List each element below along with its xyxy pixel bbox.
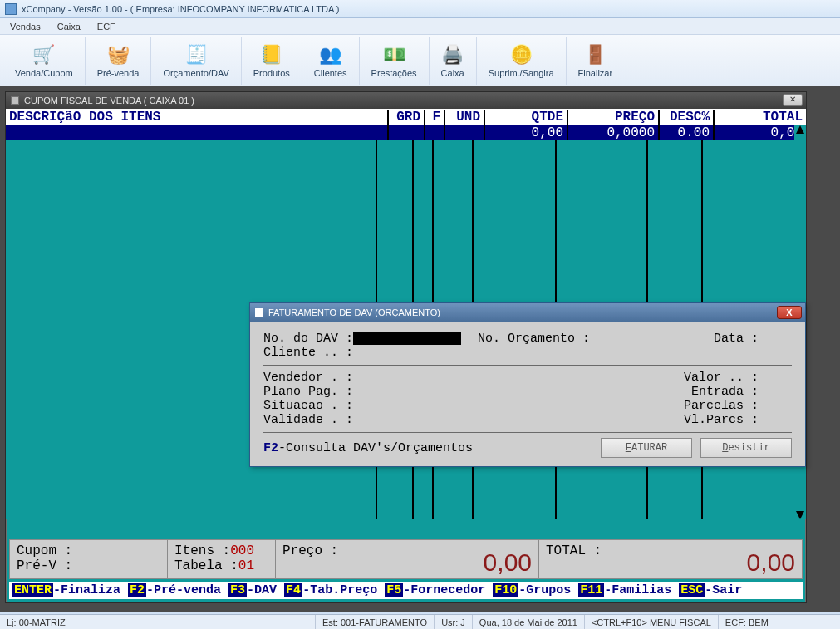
itens-label: Itens :: [174, 543, 230, 558]
status-ecf: ECF: BEM: [719, 615, 775, 629]
tool-clientes[interactable]: 👥 Clientes: [302, 37, 360, 85]
desistir-button[interactable]: Desistir: [700, 438, 792, 458]
total-value: 0,00: [747, 548, 795, 577]
money-icon: 💵: [382, 43, 405, 66]
col-descricao: DESCRIÇãO DOS ITENS: [6, 110, 389, 125]
close-icon[interactable]: X: [777, 306, 802, 319]
fkey-f2[interactable]: F2: [128, 583, 146, 597]
status-date: Qua, 18 de Mai de 2011: [473, 615, 585, 629]
faturar-button[interactable]: FATURAR: [601, 438, 692, 458]
cell-f: [425, 125, 445, 140]
fiscal-title-text: CUPOM FISCAL DE VENDA ( CAIXA 01 ): [24, 96, 194, 106]
tool-pre-venda[interactable]: 🧺 Pré-venda: [86, 37, 152, 85]
tool-label: Pré-venda: [97, 68, 140, 78]
status-hint: <CTRL+F10> MENU FISCAL: [585, 615, 719, 629]
valor-label: Valor .. :: [684, 371, 759, 385]
vlparcs-label: Vl.Parcs :: [684, 413, 759, 427]
status-usr: Usr: J: [435, 615, 473, 629]
menubar: Vendas Caixa ECF: [0, 18, 840, 35]
tool-suprim-sangria[interactable]: 🪙 Suprim./Sangira: [477, 37, 567, 85]
notebook-icon: 📒: [260, 43, 283, 66]
preco-value: 0,00: [484, 548, 532, 577]
no-dav-label: No. do DAV :: [263, 332, 353, 346]
preco-label: Preço :: [282, 543, 338, 558]
coins-icon: 🪙: [509, 43, 533, 66]
dialog-titlebar[interactable]: FATURAMENTO DE DAV (ORÇAMENTO) X: [250, 303, 805, 322]
fkey-bar: ENTER-Finaliza F2-Pré-venda F3-DAV F4-Ta…: [9, 582, 803, 599]
validade-label: Validade . :: [263, 413, 353, 427]
prev-label: Pré-V :: [17, 558, 72, 573]
tool-label: Produtos: [253, 68, 290, 78]
col-preco: PREÇO: [568, 110, 660, 125]
tool-caixa[interactable]: 🖨️ Caixa: [430, 37, 477, 85]
dialog-body: No. do DAV : No. Orçamento : Data : Clie…: [250, 322, 805, 466]
data-label: Data :: [714, 332, 759, 346]
tool-label: Clientes: [314, 68, 347, 78]
tool-venda-cupom[interactable]: 🛒 Venda/Cupom: [3, 37, 86, 85]
itens-value: 000: [230, 543, 254, 558]
register-icon: 🖨️: [441, 43, 464, 66]
tool-finalizar[interactable]: 🚪 Finalizar: [567, 37, 625, 85]
tool-produtos[interactable]: 📒 Produtos: [242, 37, 302, 85]
cell-desc: [6, 125, 389, 140]
grid-row-selected[interactable]: 0,00 0,0000 0.00 0,00: [6, 125, 806, 140]
statusbar: Lj: 00-MATRIZ Est: 001-FATURAMENTO Usr: …: [0, 614, 840, 629]
fkey-f4[interactable]: F4: [284, 583, 302, 597]
menu-caixa[interactable]: Caixa: [51, 20, 87, 33]
dialog-title-text: FATURAMENTO DE DAV (ORÇAMENTO): [268, 307, 440, 317]
tool-label: Orçamento/DAV: [163, 68, 228, 78]
fkey-f5[interactable]: F5: [385, 583, 403, 597]
no-dav-input[interactable]: [353, 332, 461, 345]
title-text: xCompany - Versão 1.00 - ( Empresa: INFO…: [22, 4, 339, 14]
cell-grd: [389, 125, 425, 140]
summary-panel: Cupom : Pré-V : Itens :000 Tabela :01 Pr…: [9, 539, 803, 579]
situacao-label: Situacao . :: [263, 399, 353, 413]
status-est: Est: 001-FATURAMENTO: [316, 615, 435, 629]
btn-label: esistir: [728, 442, 769, 454]
cupom-label: Cupom :: [17, 543, 72, 558]
tool-orcamento-dav[interactable]: 🧾 Orçamento/DAV: [151, 37, 241, 85]
exit-icon: 🚪: [583, 43, 607, 66]
work-area: CUPOM FISCAL DE VENDA ( CAIXA 01 ) ✕ DES…: [0, 86, 840, 612]
col-total: TOTAL: [715, 110, 806, 125]
dialog-hint: F2-Consulta DAV's/Orçamentos: [263, 441, 473, 455]
app-icon: [5, 3, 17, 15]
cell-qtde: 0,00: [485, 125, 568, 140]
titlebar: xCompany - Versão 1.00 - ( Empresa: INFO…: [0, 0, 840, 18]
tool-label: Suprim./Sangira: [489, 68, 554, 78]
fkey-esc[interactable]: ESC: [679, 583, 705, 597]
col-desc-pct: DESC%: [660, 110, 715, 125]
parcelas-label: Parcelas :: [684, 399, 759, 413]
fiscal-window-title[interactable]: CUPOM FISCAL DE VENDA ( CAIXA 01 ) ✕: [6, 92, 806, 109]
total-label: TOTAL :: [546, 543, 602, 558]
tool-label: Caixa: [441, 68, 464, 78]
fkey-f10[interactable]: F10: [493, 583, 518, 597]
hint-text: -Consulta DAV's/Orçamentos: [278, 441, 473, 455]
menu-ecf[interactable]: ECF: [91, 20, 122, 33]
cell-preco: 0,0000: [568, 125, 660, 140]
hint-key: F2: [263, 441, 278, 455]
entrada-label: Entrada :: [691, 385, 759, 399]
toolbar: 🛒 Venda/Cupom 🧺 Pré-venda 🧾 Orçamento/DA…: [0, 35, 840, 86]
btn-label: ATURAR: [631, 442, 667, 454]
cell-total: 0,00: [715, 125, 806, 140]
menu-vendas[interactable]: Vendas: [3, 20, 47, 33]
tool-prestacoes[interactable]: 💵 Prestações: [360, 37, 430, 85]
cliente-label: Cliente .. :: [263, 346, 353, 360]
col-grd: GRD: [389, 110, 425, 125]
tool-label: Venda/Cupom: [15, 68, 73, 78]
cart-icon: 🛒: [32, 43, 56, 66]
basket-icon: 🧺: [106, 43, 130, 66]
fkey-enter[interactable]: ENTER: [12, 583, 53, 597]
receipt-icon: 🧾: [184, 43, 208, 66]
no-orcamento-label: No. Orçamento :: [478, 332, 590, 346]
fkey-f3[interactable]: F3: [228, 583, 247, 597]
fkey-f11[interactable]: F11: [578, 583, 604, 597]
cell-desc-pct: 0.00: [660, 125, 715, 140]
tool-label: Prestações: [371, 68, 417, 78]
close-icon[interactable]: ✕: [783, 94, 803, 106]
vendedor-label: Vendedor . :: [263, 371, 353, 385]
plano-pag-label: Plano Pag. :: [263, 385, 353, 399]
cell-und: [445, 125, 485, 140]
status-lj: Lj: 00-MATRIZ: [0, 615, 316, 629]
